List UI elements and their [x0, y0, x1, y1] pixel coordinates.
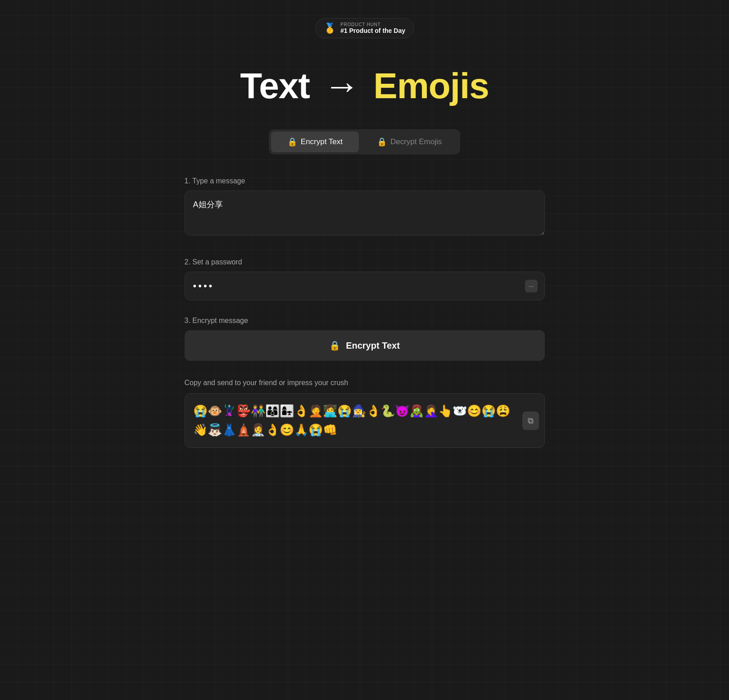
tab-decrypt[interactable]: 🔒 Decrypt Emojis [361, 132, 458, 152]
copy-label: Copy and send to your friend or impress … [185, 379, 545, 387]
emoji-output-container: 😭🐵🦹👺👫👨‍👩‍👦👩‍👧👌🤦👩‍💻😭🧙‍♀️👌🐍😈🧟‍♀️🤦‍♀️👆🐻‍❄️😊… [185, 393, 545, 448]
tab-group: 🔒 Encrypt Text 🔒 Decrypt Emojis [269, 129, 461, 155]
password-toggle-btn[interactable]: ··· [525, 280, 538, 292]
product-hunt-text: PRODUCT HUNT #1 Product of the Day [340, 22, 405, 34]
dots-icon: ··· [529, 282, 534, 290]
encrypt-button[interactable]: 🔒 Encrypt Text [185, 330, 545, 361]
step2-section: 2. Set a password ··· [185, 258, 545, 300]
title-text-part: Text [240, 66, 310, 106]
copy-icon: ⧉ [528, 416, 534, 425]
lock-icon-encrypt: 🔒 [287, 137, 297, 147]
product-hunt-title: #1 Product of the Day [340, 27, 405, 34]
product-hunt-badge: 🥇 PRODUCT HUNT #1 Product of the Day [315, 18, 414, 38]
title-emoji-part: Emojis [373, 66, 489, 106]
step3-section: 3. Encrypt message 🔒 Encrypt Text [185, 317, 545, 361]
step1-section: 1. Type a message A姐分享 [185, 177, 545, 254]
copy-button[interactable]: ⧉ [522, 411, 539, 430]
main-title: Text → Emojis [240, 65, 489, 107]
encrypt-lock-icon: 🔒 [329, 340, 340, 351]
main-content: 1. Type a message A姐分享 2. Set a password… [185, 177, 545, 452]
tab-decrypt-label: Decrypt Emojis [390, 137, 442, 146]
output-section: Copy and send to your friend or impress … [185, 379, 545, 448]
encrypt-btn-label: Encrypt Text [346, 341, 400, 351]
product-hunt-label: PRODUCT HUNT [340, 22, 405, 27]
password-container: ··· [185, 272, 545, 300]
tab-encrypt-label: Encrypt Text [301, 137, 343, 146]
password-input[interactable] [185, 272, 545, 300]
tab-encrypt[interactable]: 🔒 Encrypt Text [271, 132, 359, 152]
step1-label: 1. Type a message [185, 177, 545, 185]
lock-icon-decrypt: 🔒 [377, 137, 387, 147]
step2-label: 2. Set a password [185, 258, 545, 266]
title-arrow: → [324, 65, 359, 107]
message-input[interactable]: A姐分享 [185, 191, 545, 236]
emoji-output-text: 😭🐵🦹👺👫👨‍👩‍👦👩‍👧👌🤦👩‍💻😭🧙‍♀️👌🐍😈🧟‍♀️🤦‍♀️👆🐻‍❄️😊… [193, 404, 510, 436]
medal-icon: 🥇 [324, 23, 336, 34]
step3-label: 3. Encrypt message [185, 317, 545, 325]
